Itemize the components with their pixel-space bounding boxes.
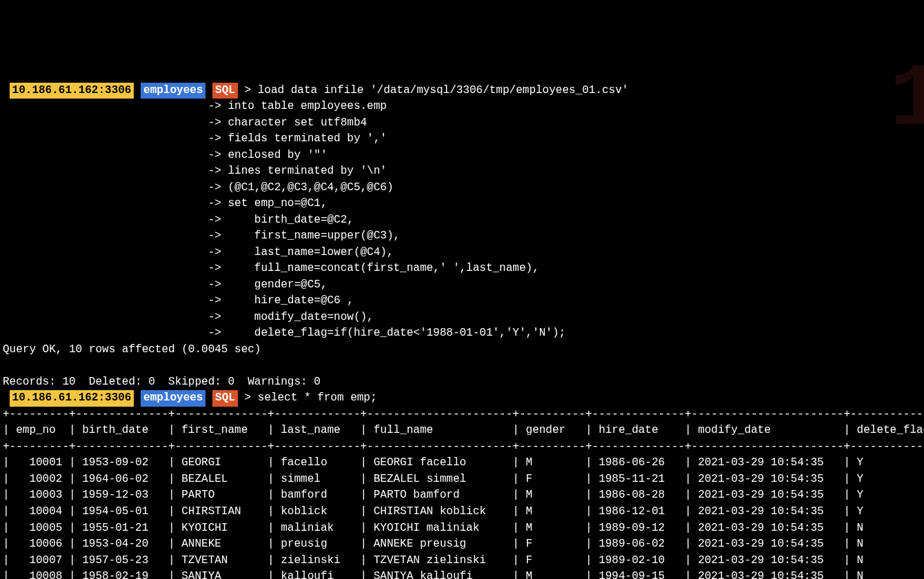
prompt-db: employees (141, 390, 205, 407)
terminal-output[interactable]: 10.186.61.162:3306 employees SQL > load … (3, 83, 921, 579)
prompt-mode: SQL (212, 390, 238, 407)
prompt-db: employees (141, 83, 205, 99)
prompt-arrow: > (245, 84, 252, 96)
prompt-mode: SQL (212, 83, 238, 99)
prompt-host: 10.186.61.162:3306 (10, 390, 134, 407)
prompt-host: 10.186.61.162:3306 (10, 83, 134, 99)
prompt-arrow: > (245, 392, 252, 404)
